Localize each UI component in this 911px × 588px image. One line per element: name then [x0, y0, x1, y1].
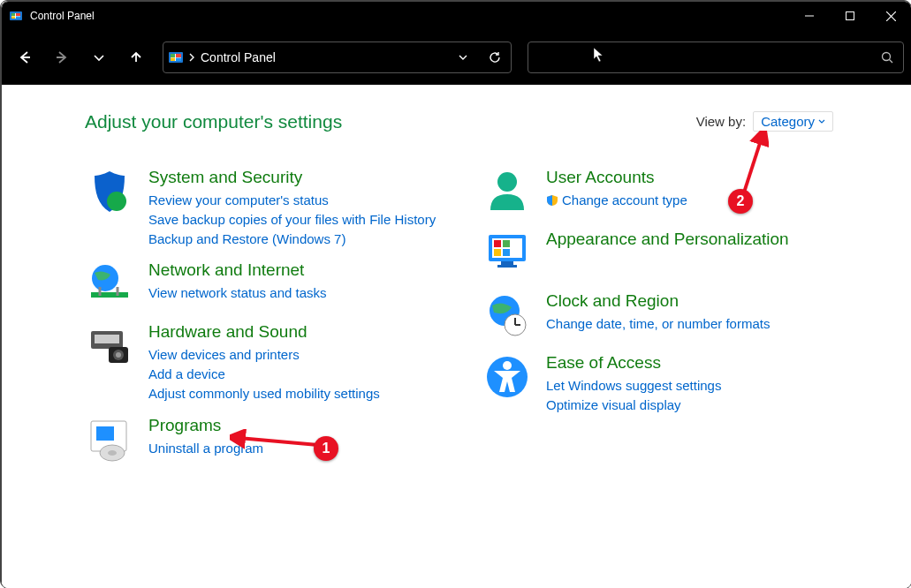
svg-rect-39	[494, 249, 501, 256]
svg-rect-3	[16, 13, 20, 16]
svg-point-33	[108, 450, 117, 456]
svg-rect-38	[503, 240, 510, 247]
svg-rect-7	[846, 12, 854, 20]
svg-rect-37	[494, 240, 501, 247]
svg-point-48	[503, 361, 512, 370]
category-system-security: System and Security Review your computer…	[85, 168, 456, 248]
search-box[interactable]	[528, 41, 904, 73]
svg-rect-15	[176, 54, 181, 57]
accessibility-icon	[482, 353, 532, 403]
view-by-dropdown[interactable]: Category	[753, 111, 833, 132]
link[interactable]: Uninstall a program	[148, 439, 263, 458]
monitor-icon	[482, 230, 532, 279]
svg-point-20	[107, 192, 126, 211]
address-bar[interactable]: Control Panel	[163, 41, 512, 73]
clock-globe-icon	[482, 291, 532, 341]
content-area: Adjust your computer's settings View by:…	[2, 85, 911, 588]
svg-rect-16	[171, 57, 175, 61]
up-button[interactable]	[120, 41, 152, 73]
svg-rect-5	[16, 17, 20, 19]
chevron-down-icon	[818, 118, 825, 125]
uac-shield-icon	[546, 194, 558, 207]
category-hardware-sound: Hardware and Sound View devices and prin…	[85, 322, 456, 403]
svg-rect-17	[176, 57, 181, 61]
category-network-internet: Network and Internet View network status…	[85, 260, 456, 310]
search-icon	[881, 51, 894, 64]
link[interactable]: Review your computer's status	[148, 191, 436, 210]
svg-rect-31	[96, 426, 114, 441]
svg-rect-14	[171, 54, 175, 57]
link[interactable]: Optimize visual display	[546, 396, 721, 415]
category-title[interactable]: User Accounts	[546, 168, 687, 187]
link[interactable]: Change account type	[546, 191, 687, 210]
refresh-button[interactable]	[479, 42, 511, 72]
category-title[interactable]: Appearance and Personalization	[546, 230, 789, 249]
link[interactable]: Let Windows suggest settings	[546, 376, 721, 396]
svg-point-18	[883, 52, 891, 60]
category-title[interactable]: Network and Internet	[148, 260, 327, 280]
close-button[interactable]	[870, 2, 911, 30]
svg-rect-4	[11, 17, 15, 19]
toolbar: Control Panel	[2, 30, 911, 85]
shield-icon	[85, 168, 134, 217]
titlebar: Control Panel	[2, 2, 911, 30]
category-programs: Programs Uninstall a program	[85, 416, 456, 465]
programs-icon	[85, 416, 134, 465]
svg-rect-42	[497, 265, 517, 268]
category-title[interactable]: Ease of Access	[546, 353, 721, 373]
svg-rect-2	[11, 13, 15, 16]
back-button[interactable]	[9, 41, 41, 73]
svg-rect-40	[503, 249, 510, 256]
user-icon	[482, 168, 532, 217]
svg-rect-26	[95, 335, 119, 343]
category-appearance: Appearance and Personalization	[482, 230, 836, 279]
forward-button[interactable]	[46, 41, 78, 73]
printer-camera-icon	[85, 322, 134, 372]
link[interactable]: View network status and tasks	[148, 283, 327, 303]
category-user-accounts: User Accounts Change account type	[482, 168, 836, 217]
view-by-control: View by: Category	[696, 111, 833, 132]
control-panel-icon	[163, 52, 188, 64]
link[interactable]: Adjust commonly used mobility settings	[148, 384, 380, 403]
svg-rect-41	[501, 261, 513, 265]
category-title[interactable]: System and Security	[148, 168, 436, 187]
svg-line-19	[890, 59, 893, 63]
view-by-value: Category	[761, 114, 815, 129]
svg-rect-22	[91, 292, 128, 298]
annotation-badge-2: 2	[728, 189, 753, 214]
svg-point-29	[116, 352, 121, 358]
link[interactable]: Add a device	[148, 365, 380, 384]
app-icon	[2, 9, 30, 23]
category-title[interactable]: Programs	[148, 416, 263, 435]
maximize-button[interactable]	[830, 2, 870, 30]
link[interactable]: Backup and Restore (Windows 7)	[148, 230, 436, 249]
link[interactable]: Save backup copies of your files with Fi…	[148, 210, 436, 230]
category-ease-of-access: Ease of Access Let Windows suggest setti…	[482, 353, 836, 415]
category-title[interactable]: Hardware and Sound	[148, 322, 380, 342]
breadcrumb-control-panel[interactable]: Control Panel	[201, 50, 276, 64]
breadcrumb-chevron-icon[interactable]	[188, 52, 195, 63]
svg-point-34	[497, 172, 517, 192]
annotation-badge-1: 1	[314, 436, 338, 461]
minimize-button[interactable]	[789, 2, 830, 30]
link[interactable]: Change date, time, or number formats	[546, 314, 770, 334]
view-by-label: View by:	[696, 114, 746, 129]
cursor-icon	[592, 46, 604, 64]
link[interactable]: View devices and printers	[148, 345, 380, 365]
recent-dropdown[interactable]	[83, 41, 115, 73]
category-title[interactable]: Clock and Region	[546, 291, 770, 311]
category-clock-region: Clock and Region Change date, time, or n…	[482, 291, 836, 341]
address-dropdown[interactable]	[447, 42, 479, 72]
globe-network-icon	[85, 260, 134, 310]
window-title: Control Panel	[30, 10, 95, 22]
